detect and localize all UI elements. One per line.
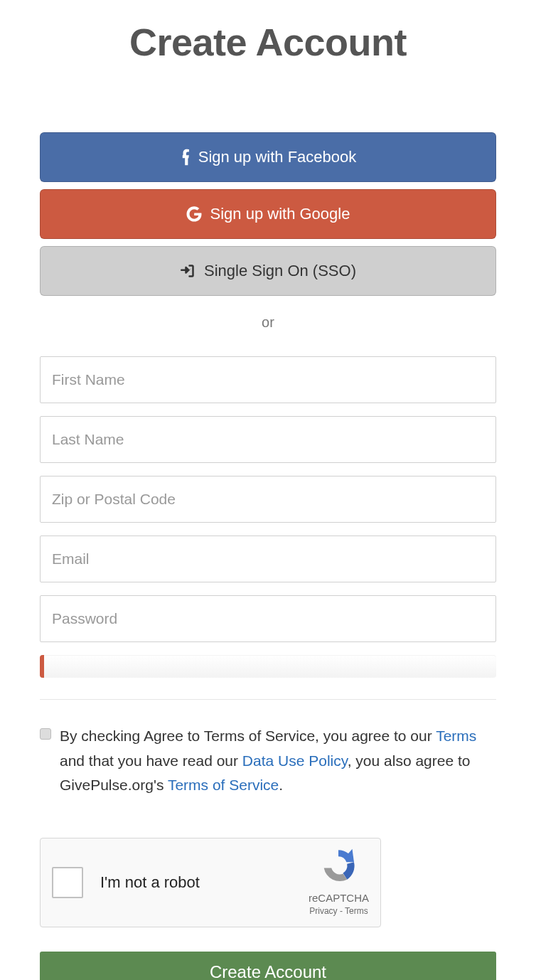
sign-in-icon: [180, 264, 195, 278]
facebook-signup-label: Sign up with Facebook: [198, 148, 357, 166]
password-input[interactable]: [40, 595, 496, 642]
givepulse-tos-link[interactable]: Terms of Service: [168, 777, 279, 793]
recaptcha-widget: I'm not a robot reCAPTCHA Privacy - Term…: [40, 838, 381, 927]
terms-suffix: .: [279, 777, 283, 793]
recaptcha-terms-link[interactable]: Terms: [345, 906, 368, 916]
last-name-input[interactable]: [40, 416, 496, 463]
facebook-icon: [180, 149, 190, 166]
recaptcha-branding: reCAPTCHA Privacy - Terms: [309, 848, 369, 918]
sso-signup-label: Single Sign On (SSO): [204, 262, 356, 280]
divider-line: [40, 699, 496, 700]
zip-input[interactable]: [40, 476, 496, 523]
page-title: Create Account: [40, 20, 496, 64]
divider-or: or: [40, 314, 496, 331]
recaptcha-link-separator: -: [338, 906, 345, 916]
recaptcha-checkbox[interactable]: [52, 867, 83, 898]
terms-checkbox[interactable]: [40, 728, 51, 740]
data-use-policy-link[interactable]: Data Use Policy: [242, 752, 348, 769]
recaptcha-label: I'm not a robot: [100, 873, 309, 892]
recaptcha-brand: reCAPTCHA: [309, 890, 369, 905]
google-signup-button[interactable]: Sign up with Google: [40, 189, 496, 239]
google-icon: [186, 206, 202, 222]
google-signup-label: Sign up with Google: [210, 205, 350, 223]
terms-mid1: and that you have read our: [60, 752, 242, 769]
sso-signup-button[interactable]: Single Sign On (SSO): [40, 246, 496, 296]
facebook-signup-button[interactable]: Sign up with Facebook: [40, 132, 496, 182]
password-strength-meter: [40, 655, 496, 678]
recaptcha-privacy-link[interactable]: Privacy: [309, 906, 337, 916]
first-name-input[interactable]: [40, 356, 496, 403]
create-account-button[interactable]: Create Account: [40, 952, 496, 980]
email-input[interactable]: [40, 536, 496, 582]
terms-prefix: By checking Agree to Terms of Service, y…: [60, 728, 436, 744]
terms-text: By checking Agree to Terms of Service, y…: [60, 724, 496, 798]
terms-row: By checking Agree to Terms of Service, y…: [40, 724, 496, 798]
recaptcha-icon: [320, 848, 357, 885]
terms-link[interactable]: Terms: [436, 728, 476, 744]
